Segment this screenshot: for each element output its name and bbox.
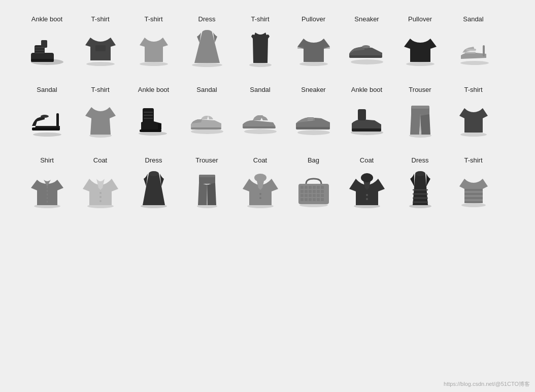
item-tshirt-striped: T-shirt	[447, 156, 500, 212]
image-tshirt-long	[78, 95, 123, 141]
label-ankle-boot-1: Ankle boot	[31, 15, 62, 23]
svg-rect-71	[300, 186, 304, 189]
svg-rect-72	[305, 186, 308, 189]
item-shirt: Shirt	[20, 156, 74, 212]
svg-rect-87	[317, 194, 320, 197]
label-pullover-2: Pullover	[408, 15, 432, 23]
label-sneaker-1: Sneaker	[354, 15, 379, 23]
dress2-icon	[400, 169, 441, 209]
svg-rect-73	[309, 186, 312, 189]
item-coat-2: Coat	[233, 156, 287, 212]
item-coat-1: Coat	[74, 156, 127, 212]
svg-point-41	[297, 130, 330, 135]
svg-point-58	[99, 200, 102, 202]
image-tshirt-striped	[451, 166, 496, 212]
svg-rect-23	[466, 49, 476, 51]
item-bag: Bag	[287, 156, 340, 212]
svg-point-27	[41, 115, 49, 118]
sandal-flat-icon	[187, 98, 227, 139]
dress-dark-icon	[133, 169, 174, 209]
svg-rect-40	[243, 126, 276, 128]
tshirt-icon-1	[80, 27, 121, 68]
item-coat-3: Coat	[340, 156, 393, 212]
ankle-boot-icon-1	[27, 27, 68, 68]
image-sneaker-2	[291, 95, 337, 141]
svg-point-30	[139, 132, 167, 136]
svg-rect-92	[313, 198, 316, 201]
image-bag	[291, 166, 337, 212]
image-pullover-1	[291, 25, 337, 71]
label-coat-1: Coat	[93, 156, 107, 164]
image-dress-2	[397, 166, 443, 212]
image-ankle-boot-heel	[131, 95, 177, 141]
svg-rect-31	[143, 108, 154, 123]
svg-rect-38	[191, 127, 221, 129]
item-ankle-boot-1: Ankle boot	[20, 15, 74, 71]
svg-point-11	[192, 63, 222, 67]
label-trouser-1: Trouser	[409, 86, 431, 93]
image-sandal-flat2	[238, 95, 283, 141]
item-tshirt-2: T-shirt	[127, 15, 180, 71]
item-sandal-heel: Sandal	[20, 86, 74, 141]
svg-point-20	[406, 62, 434, 66]
svg-point-60	[149, 171, 159, 176]
bag-icon	[293, 169, 334, 209]
item-tshirt-1: T-shirt	[74, 15, 127, 71]
item-ankle-boot-heel: Ankle boot	[127, 86, 180, 141]
svg-rect-83	[300, 194, 304, 197]
svg-point-100	[415, 171, 425, 176]
svg-point-66	[254, 174, 266, 182]
item-dress-2: Dress	[393, 156, 447, 212]
svg-rect-77	[300, 190, 304, 193]
label-tshirt-1: T-shirt	[91, 15, 109, 23]
image-tshirt-1	[78, 25, 123, 71]
svg-point-25	[33, 133, 61, 137]
image-sandal-1	[451, 25, 496, 71]
label-tshirt-striped: T-shirt	[464, 156, 482, 164]
image-sandal-flat	[184, 95, 230, 141]
pullover-icon-1	[293, 27, 334, 68]
pullover-icon-2	[400, 27, 441, 68]
svg-point-37	[191, 129, 223, 134]
item-sandal-1: Sandal	[447, 15, 500, 71]
label-sandal-1: Sandal	[463, 15, 483, 23]
svg-point-98	[366, 198, 368, 200]
label-pullover-1: Pullover	[302, 15, 325, 23]
item-pullover-1: Pullover	[287, 15, 340, 71]
label-dress-1: Dress	[198, 15, 216, 23]
label-tshirt-dark: T-shirt	[464, 86, 482, 93]
image-dress-1	[184, 25, 230, 71]
image-sneaker-1	[344, 25, 390, 71]
item-tshirt-dark: T-shirt	[447, 86, 500, 141]
item-dress-dark: Dress	[127, 156, 180, 212]
label-trouser-2: Trouser	[195, 156, 218, 164]
svg-point-8	[86, 62, 115, 66]
tshirt-long-icon	[80, 98, 121, 139]
main-container: Ankle boot T-shirt	[0, 0, 535, 392]
image-shirt	[24, 166, 70, 212]
svg-point-14	[299, 62, 328, 66]
image-sandal-heel	[24, 95, 70, 141]
svg-rect-79	[309, 190, 312, 193]
svg-rect-80	[313, 190, 316, 193]
image-dress-dark	[131, 166, 177, 212]
label-sandal-flat2: Sandal	[250, 86, 270, 93]
dress-icon-1	[187, 27, 227, 68]
svg-rect-64	[199, 175, 215, 177]
coat-icon-2	[240, 169, 281, 209]
svg-rect-107	[458, 193, 489, 195]
tank-icon-1	[240, 27, 281, 68]
item-sneaker-2: Sneaker	[287, 86, 340, 141]
svg-rect-86	[313, 194, 316, 197]
ankle-boot2-icon	[347, 98, 387, 139]
svg-rect-84	[305, 194, 308, 197]
row-2: Sandal T-shirt	[20, 81, 515, 146]
svg-point-57	[99, 196, 102, 198]
svg-point-105	[461, 203, 486, 207]
coat-icon-1	[80, 169, 121, 209]
image-trouser-1	[397, 95, 443, 141]
image-trouser-2	[184, 166, 230, 212]
sandal-heel-icon	[27, 98, 68, 139]
image-ankle-boot-1	[24, 25, 70, 71]
svg-rect-75	[317, 186, 320, 189]
